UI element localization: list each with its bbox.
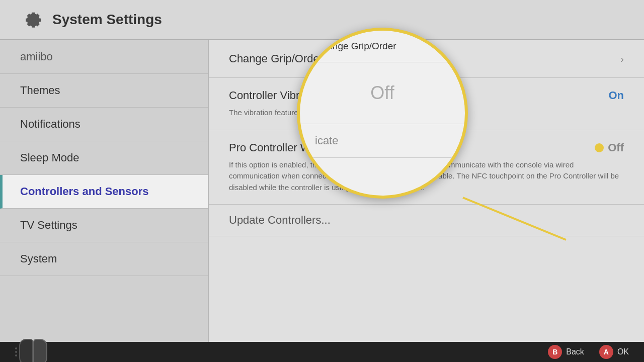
controller-vibration-value[interactable]: On <box>608 89 624 102</box>
toggle-indicator <box>595 143 604 152</box>
ok-button[interactable]: A OK <box>599 345 629 359</box>
settings-icon <box>20 8 44 32</box>
magnifier-content: Change Grip/Order Off icate <box>300 31 465 196</box>
back-label: Back <box>566 347 584 356</box>
joy-con-right <box>33 339 47 362</box>
footer-right: B Back A OK <box>548 345 629 359</box>
ok-label: OK <box>617 347 629 356</box>
back-button[interactable]: B Back <box>548 345 584 359</box>
b-button-icon: B <box>548 345 562 359</box>
sidebar-item-notifications[interactable]: Notifications <box>0 108 208 141</box>
mag-row-1: Change Grip/Order <box>300 31 465 62</box>
sidebar-item-tv-settings[interactable]: TV Settings <box>0 209 208 242</box>
page-title: System Settings <box>52 12 162 28</box>
sidebar-item-themes[interactable]: Themes <box>0 74 208 108</box>
mag-row-3: icate <box>300 124 465 158</box>
sidebar-item-amiibo[interactable]: amiibo <box>0 40 208 74</box>
joy-con-icon <box>15 339 47 362</box>
magnifier-overlay: Change Grip/Order Off icate <box>297 28 468 199</box>
footer: B Back A OK <box>0 342 644 362</box>
mag-row-2: Off <box>300 62 465 124</box>
sidebar-item-system[interactable]: System <box>0 242 208 276</box>
a-button-icon: A <box>599 345 613 359</box>
joy-con-dots <box>15 347 17 356</box>
joy-con-left <box>19 339 33 362</box>
mag-partial-text: icate <box>315 134 338 147</box>
update-controllers-row[interactable]: Update Controllers... <box>209 205 644 236</box>
sidebar-item-controllers-and-sensors[interactable]: Controllers and Sensors <box>0 175 208 209</box>
sidebar: amiibo Themes Notifications Sleep Mode C… <box>0 40 209 342</box>
footer-left <box>15 339 47 362</box>
pro-controller-wired-value: Off <box>608 141 624 154</box>
mag-value-off: Off <box>370 82 394 104</box>
sidebar-item-sleep-mode[interactable]: Sleep Mode <box>0 141 208 175</box>
pro-controller-toggle[interactable]: Off <box>595 141 624 154</box>
mag-title-1: Change Grip/Order <box>315 41 396 52</box>
chevron-right-icon: › <box>620 53 624 65</box>
